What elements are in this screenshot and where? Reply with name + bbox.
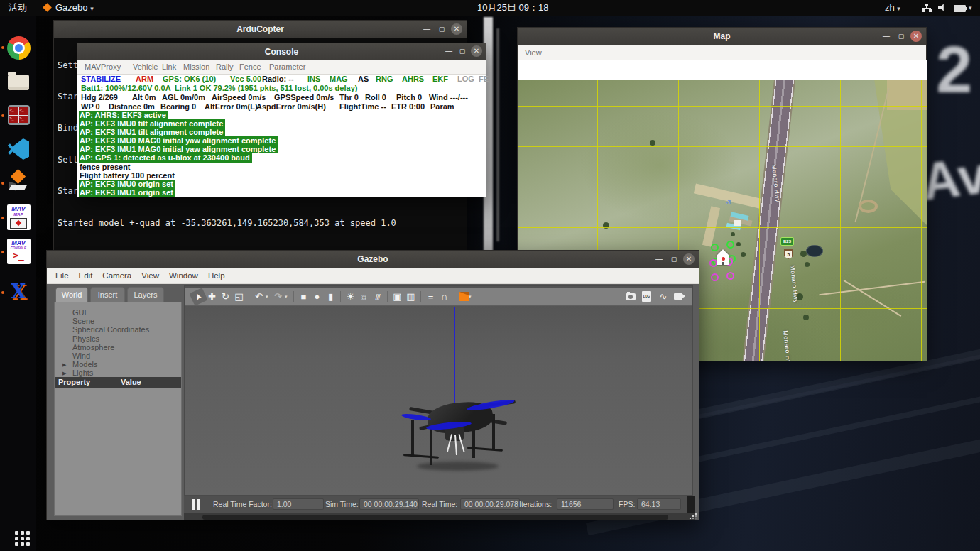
terminal-titlebar[interactable]: ArduCopter — ▢ ✕ — [54, 21, 467, 38]
tree-item-scene[interactable]: Scene — [55, 317, 181, 325]
building-editor-caret-icon[interactable]: ▾ — [469, 294, 474, 300]
copy-icon[interactable]: ▣ — [391, 290, 404, 304]
arm-status: ARM — [136, 75, 153, 83]
menu-camera[interactable]: Camera — [102, 271, 131, 280]
maximize-icon[interactable]: ▢ — [668, 253, 680, 265]
console-message-log[interactable]: AP: AHRS: EKF3 active AP: EKF3 IMU0 tilt… — [79, 111, 486, 197]
minimize-icon[interactable]: — — [653, 253, 665, 265]
menu-vehicle[interactable]: Vehicle — [133, 62, 158, 71]
dock-item-chrome[interactable] — [6, 35, 31, 60]
dock-item-vscode[interactable] — [6, 136, 31, 162]
sphere-shape-icon[interactable]: ● — [310, 290, 324, 304]
iterations-label: Iterations: — [519, 500, 552, 508]
menu-mission[interactable]: Mission — [183, 62, 209, 71]
undo-icon[interactable]: ↶ — [252, 290, 266, 304]
console-message: fence present — [79, 163, 133, 171]
redo-history-icon[interactable]: ▾ — [285, 294, 290, 300]
gazebo-titlebar[interactable]: Gazebo — ▢ ✕ — [47, 251, 699, 268]
close-icon[interactable]: ✕ — [451, 23, 462, 35]
menu-link[interactable]: Link — [162, 62, 176, 71]
console-titlebar[interactable]: Console — ▢ ✕ — [77, 43, 486, 60]
link-status: Link 1 OK 79.2% (1951 pkts, 511 lost, 0.… — [175, 84, 357, 92]
data-logger-icon[interactable]: LOG — [642, 291, 651, 302]
caret-down-icon[interactable]: ▾ — [969, 0, 972, 16]
menu-edit[interactable]: Edit — [79, 271, 93, 280]
maximize-icon[interactable]: ▢ — [895, 31, 907, 42]
network-icon[interactable] — [922, 4, 932, 12]
menu-view[interactable]: View — [141, 271, 159, 280]
close-icon[interactable]: ✕ — [683, 253, 695, 265]
pause-icon[interactable] — [192, 499, 202, 510]
close-icon[interactable]: ✕ — [910, 31, 922, 42]
dock-item-mav-console[interactable]: MAV CONSOLE >_ — [6, 239, 31, 264]
building-editor-icon[interactable] — [459, 292, 469, 301]
vertical-axis-line — [454, 307, 455, 405]
tree — [731, 232, 735, 236]
maximize-icon[interactable]: ▢ — [436, 23, 447, 35]
cylinder-shape-icon[interactable]: ▮ — [324, 290, 337, 304]
screenshot-icon[interactable] — [626, 293, 636, 300]
clock[interactable]: 10月25日 09：18 — [477, 0, 548, 16]
point-light-icon[interactable]: ☀ — [344, 290, 357, 304]
box-shape-icon[interactable]: ■ — [297, 290, 310, 304]
battery-icon[interactable] — [954, 5, 966, 12]
tree-item-gui[interactable]: GUI — [55, 308, 181, 317]
tree-item-models[interactable]: ▶Models — [55, 360, 181, 369]
spot-light-icon[interactable]: ☼ — [357, 290, 371, 304]
align-icon[interactable]: ≡ — [424, 290, 437, 304]
map-titlebar[interactable]: Map — ▢ ✕ — [518, 28, 926, 45]
menu-window[interactable]: Window — [169, 271, 198, 280]
wallpaper-text: 2 — [936, 37, 972, 102]
close-icon[interactable]: ✕ — [471, 45, 482, 57]
menu-file[interactable]: File — [55, 271, 69, 280]
directional-light-icon[interactable]: /// — [371, 290, 384, 304]
snap-icon[interactable]: ∩ — [437, 290, 451, 304]
input-method-indicator[interactable]: zh ▾ — [885, 0, 900, 16]
tree-item-spherical-coordinates[interactable]: Spherical Coordinates — [55, 325, 181, 334]
minimize-icon[interactable]: — — [421, 23, 432, 35]
menu-parameter[interactable]: Parameter — [269, 62, 305, 71]
show-applications-button[interactable] — [9, 525, 35, 551]
menu-mavproxy[interactable]: MAVProxy — [85, 62, 121, 71]
volume-icon[interactable] — [938, 4, 947, 12]
property-column-header[interactable]: Property — [58, 378, 90, 386]
paste-icon[interactable]: ▥ — [404, 290, 418, 304]
focused-app-menu[interactable]: Gazebo ▾ — [44, 0, 94, 16]
dock-item-mav-map[interactable]: MAV MAP — [6, 204, 31, 230]
scrollbar-thumb[interactable] — [202, 515, 668, 520]
resize-grip[interactable] — [688, 512, 698, 520]
dock-item-files[interactable] — [6, 70, 31, 95]
menu-view[interactable]: View — [525, 48, 542, 57]
menu-help[interactable]: Help — [208, 271, 225, 280]
minimize-icon[interactable]: — — [881, 31, 892, 42]
value-column-header[interactable]: Value — [121, 378, 141, 386]
rotate-tool-icon[interactable]: ↻ — [219, 290, 232, 304]
tree-item-physics[interactable]: Physics — [55, 334, 181, 343]
gazebo-3d-viewport[interactable]: ➤ ✚ ↻ ◱ ↶ ▾ ↷ ▾ ■ ● ▮ ☀ ☼ /// ▣ ▥ — [184, 285, 693, 496]
console-message: AP: EKF3 IMU0 tilt alignment complete — [79, 119, 225, 128]
menu-fence[interactable]: Fence — [239, 62, 261, 71]
plot-icon[interactable]: ∿ — [658, 290, 669, 304]
translate-tool-icon[interactable]: ✚ — [205, 290, 219, 304]
menu-rally[interactable]: Rally — [216, 62, 233, 71]
tree-item-atmosphere[interactable]: Atmosphere — [55, 343, 181, 351]
dock-item-gazebo[interactable] — [6, 170, 31, 195]
horizontal-scrollbar[interactable] — [184, 513, 695, 520]
tree-item-wind[interactable]: Wind — [55, 351, 181, 360]
dock-item-terminator[interactable]: >_>_>_>_ — [6, 102, 31, 128]
bearing-value: Bearing 0 — [160, 102, 196, 111]
tab-insert[interactable]: Insert — [90, 287, 125, 302]
tree — [736, 242, 741, 246]
caret-down-icon: ▾ — [897, 5, 900, 12]
statusbar-expander[interactable] — [687, 496, 695, 513]
tab-layers[interactable]: Layers — [127, 287, 164, 302]
activities-button[interactable]: 活动 — [9, 0, 27, 16]
redo-icon[interactable]: ↷ — [271, 290, 285, 304]
tab-world[interactable]: World — [55, 287, 88, 302]
dock-item-x-application[interactable]: XX — [6, 278, 31, 304]
video-record-icon[interactable] — [674, 293, 682, 300]
undo-history-icon[interactable]: ▾ — [266, 294, 271, 300]
scale-tool-icon[interactable]: ◱ — [232, 290, 246, 304]
maximize-icon[interactable]: ▢ — [457, 45, 468, 57]
minimize-icon[interactable]: — — [443, 45, 454, 57]
